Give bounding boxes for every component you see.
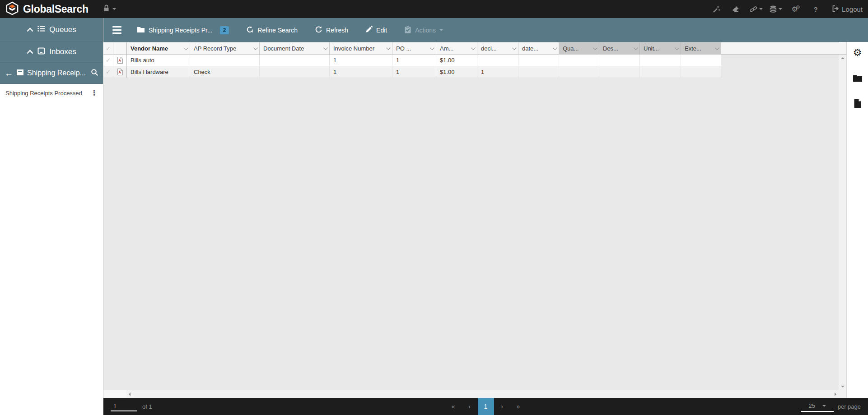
cell-qua	[559, 66, 599, 78]
scroll-right-arrow-icon[interactable]	[835, 392, 836, 396]
settings-gear-button[interactable]: ⚙	[852, 47, 863, 59]
per-page-select[interactable]: 25	[801, 401, 834, 412]
cell-date	[518, 55, 559, 66]
page-number-group: of 1	[103, 402, 152, 411]
page-of-label: of 1	[142, 403, 152, 410]
help-button[interactable]: ?	[806, 0, 826, 18]
column-menu-chevron-icon[interactable]	[323, 46, 328, 50]
cell-des	[599, 55, 640, 66]
row-select-cell[interactable]	[103, 55, 113, 66]
search-title-button[interactable]: Shipping Receipts Pr... 2	[137, 26, 229, 34]
chevron-down-icon	[759, 8, 763, 10]
column-header-unit[interactable]: Unit...	[640, 42, 681, 55]
gears-button[interactable]: ⚙⚙	[786, 0, 806, 18]
gears-icon: ⚙⚙	[791, 5, 800, 13]
column-header-invoice-number[interactable]: Invoice Number	[330, 42, 392, 55]
row-document-icon-cell[interactable]	[113, 66, 127, 78]
column-menu-chevron-icon[interactable]	[553, 46, 557, 50]
row-select-cell[interactable]	[103, 66, 113, 78]
database-menu-button[interactable]	[766, 0, 786, 18]
sidebar-search-header[interactable]: ← Shipping Receip...	[0, 63, 103, 84]
column-header-qua[interactable]: Qua...	[559, 42, 599, 55]
hamburger-menu-button[interactable]	[112, 26, 121, 34]
actions-dropdown-button[interactable]: Actions	[404, 26, 443, 35]
last-page-button[interactable]: »	[510, 398, 527, 415]
column-header-am[interactable]: Am...	[436, 42, 477, 55]
locked-columns-footer	[103, 390, 126, 398]
edit-button[interactable]: Edit	[365, 26, 387, 34]
document-panel-button[interactable]	[852, 97, 863, 109]
sidebar-item-shipping-receipts-processed[interactable]: Shipping Receipts Processed	[0, 84, 103, 102]
column-menu-chevron-icon[interactable]	[184, 46, 188, 50]
row-check-icon	[106, 57, 111, 64]
row-document-icon-cell[interactable]	[113, 55, 127, 66]
result-count-badge: 2	[220, 26, 229, 34]
cell-am: $1.00	[436, 66, 477, 78]
refine-search-label: Refine Search	[257, 27, 298, 34]
scroll-left-arrow-icon[interactable]	[129, 392, 131, 396]
refine-search-button[interactable]: Refine Search	[246, 26, 298, 35]
first-page-button[interactable]: «	[445, 398, 462, 415]
grid-empty-area	[103, 78, 839, 390]
link-menu-button[interactable]	[746, 0, 766, 18]
lock-menu-button[interactable]	[103, 5, 116, 14]
table-row[interactable]: Bills auto11$1.00	[103, 55, 721, 66]
table-row[interactable]: Bills HardwareCheck11$1.001	[103, 66, 721, 78]
chevron-down-icon	[439, 29, 443, 31]
column-menu-chevron-icon[interactable]	[471, 46, 476, 50]
page-1-button[interactable]: 1	[478, 398, 494, 415]
back-arrow-icon[interactable]: ←	[5, 69, 13, 78]
column-header-exte[interactable]: Exte...	[681, 42, 721, 55]
cell-document-date	[260, 55, 330, 66]
column-header-document-date[interactable]: Document Date	[260, 42, 330, 55]
column-menu-chevron-icon[interactable]	[715, 46, 719, 50]
scroll-down-arrow-icon[interactable]	[841, 386, 845, 387]
column-header-vendor-name[interactable]: Vendor Name	[127, 42, 190, 55]
vertical-scrollbar-track[interactable]	[839, 55, 846, 390]
edit-label: Edit	[376, 27, 387, 34]
column-header-date[interactable]: date...	[518, 42, 559, 55]
lock-icon	[103, 5, 110, 14]
column-menu-chevron-icon[interactable]	[512, 46, 517, 50]
search-icon[interactable]	[91, 69, 98, 78]
cell-invoice-number: 1	[330, 55, 392, 66]
horizontal-scrollbar[interactable]	[103, 390, 839, 398]
column-header-des[interactable]: Des...	[599, 42, 640, 55]
sidebar-section-queues[interactable]: Queues	[0, 18, 103, 42]
page-number-input[interactable]	[111, 402, 137, 411]
folder-panel-button[interactable]	[852, 72, 863, 84]
column-menu-chevron-icon[interactable]	[386, 46, 391, 50]
cell-invoice-number: 1	[330, 66, 392, 78]
results-grid: Vendor NameAP Record TypeDocument DateIn…	[103, 42, 839, 398]
app-logo[interactable]: GlobalSearch	[0, 1, 89, 17]
cell-exte	[681, 55, 721, 66]
prev-page-button[interactable]: ‹	[462, 398, 478, 415]
logout-button[interactable]: Logout	[832, 5, 863, 14]
globalsearch-logo-icon	[5, 1, 19, 17]
next-page-button[interactable]: ›	[494, 398, 510, 415]
queues-list-icon	[37, 25, 45, 34]
select-all-column-header[interactable]	[103, 42, 113, 55]
wand-button[interactable]	[706, 0, 726, 18]
kebab-menu-icon[interactable]	[91, 89, 98, 97]
help-icon: ?	[814, 5, 818, 13]
column-menu-chevron-icon[interactable]	[675, 46, 679, 50]
refresh-button[interactable]: Refresh	[315, 26, 348, 35]
cell-vendor-name: Bills auto	[127, 55, 190, 66]
puzzle-button[interactable]	[726, 0, 746, 18]
column-header-ap-record-type[interactable]: AP Record Type	[190, 42, 260, 55]
gear-icon: ⚙	[853, 48, 862, 58]
scroll-up-arrow-icon[interactable]	[841, 57, 845, 59]
vertical-scrollbar[interactable]	[839, 42, 846, 398]
column-header-deci[interactable]: deci...	[477, 42, 518, 55]
chevron-down-icon	[779, 8, 782, 10]
column-menu-chevron-icon[interactable]	[593, 46, 597, 50]
column-menu-chevron-icon[interactable]	[430, 46, 434, 50]
column-menu-chevron-icon[interactable]	[253, 46, 258, 50]
refresh-label: Refresh	[326, 27, 348, 34]
sidebar-section-inboxes[interactable]: Inboxes	[0, 42, 103, 63]
horizontal-scrollbar-track[interactable]	[126, 390, 839, 398]
column-header-po[interactable]: PO ...	[392, 42, 436, 55]
column-menu-chevron-icon[interactable]	[634, 46, 638, 50]
document-icon	[854, 99, 861, 108]
